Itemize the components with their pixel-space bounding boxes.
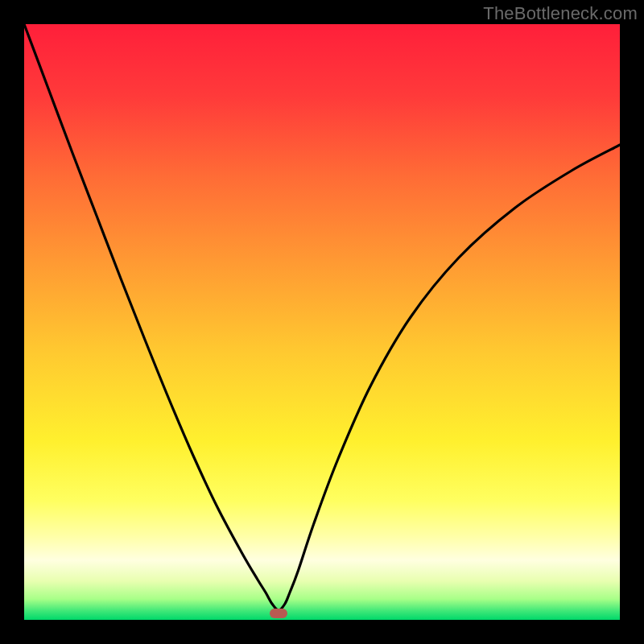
watermark-text: TheBottleneck.com — [483, 3, 638, 24]
bottleneck-curve — [24, 24, 620, 620]
chart-frame: TheBottleneck.com — [0, 0, 644, 644]
optimum-marker — [270, 609, 287, 618]
plot-area — [24, 24, 620, 620]
